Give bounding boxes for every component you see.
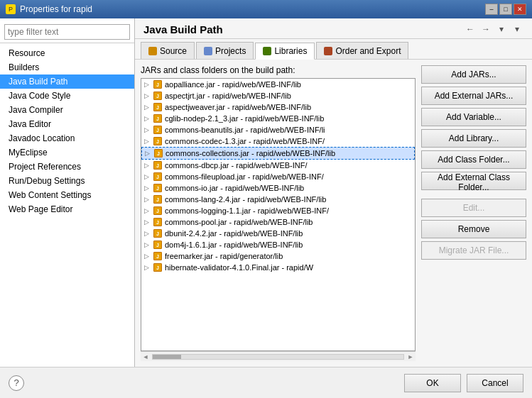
window-controls: – □ ✕ xyxy=(485,4,526,15)
sidebar-item-java-compiler[interactable]: Java Compiler xyxy=(0,103,134,117)
jar-item[interactable]: ▷Jcommons-fileupload.jar - rapid/web/WEB… xyxy=(141,171,415,182)
jar-name: commons-pool.jar - rapid/web/WEB-INF/lib xyxy=(165,218,313,226)
edit-button[interactable]: Edit... xyxy=(421,199,526,217)
jar-item[interactable]: ▷Jcommons-pool.jar - rapid/web/WEB-INF/l… xyxy=(141,216,415,228)
jar-icon: J xyxy=(153,91,163,101)
jar-item[interactable]: ▷Jcglib-nodep-2.1_3.jar - rapid/web/WEB-… xyxy=(141,113,415,124)
jar-icon: J xyxy=(153,251,163,261)
jar-item[interactable]: ▷Jcommons-collections.jar - rapid/web/WE… xyxy=(141,147,415,160)
jar-icon: J xyxy=(153,160,163,170)
expand-arrow-icon: ▷ xyxy=(144,253,153,260)
jar-name: dom4j-1.6.1.jar - rapid/web/WEB-INF/lib xyxy=(165,241,303,249)
jar-item[interactable]: ▷Jaopalliance.jar - rapid/web/WEB-INF/li… xyxy=(141,79,415,90)
dropdown-icon[interactable]: ▾ xyxy=(495,23,508,35)
expand-arrow-icon: ▷ xyxy=(144,230,153,237)
expand-arrow-icon: ▷ xyxy=(144,184,153,192)
jar-item[interactable]: ▷Jcommons-logging-1.1.jar - rapid/web/WE… xyxy=(141,205,415,216)
jar-icon: J xyxy=(153,262,163,272)
sidebar-item-java-code-style[interactable]: Java Code Style xyxy=(0,89,134,103)
add-jars-button[interactable]: Add JARs... xyxy=(421,65,526,84)
menu-icon[interactable]: ▾ xyxy=(511,23,523,35)
add-external-jars-button[interactable]: Add External JARs... xyxy=(421,87,526,105)
sidebar-item-java-build-path[interactable]: Java Build Path xyxy=(0,74,134,89)
migrate-jar-button[interactable]: Migrate JAR File... xyxy=(421,241,526,260)
tab-icon-order and export xyxy=(324,47,332,55)
nav-back-icon[interactable]: ← xyxy=(464,23,477,35)
bottom-bar: ? OK Cancel xyxy=(0,367,532,398)
title-bar: P Properties for rapid – □ ✕ xyxy=(0,0,532,18)
jar-name: commons-logging-1.1.jar - rapid/web/WEB-… xyxy=(165,206,329,215)
jar-name: commons-io.jar - rapid/web/WEB-INF/lib xyxy=(165,184,304,192)
tabs-row: SourceProjectsLibrariesOrder and Export xyxy=(135,39,532,60)
ok-button[interactable]: OK xyxy=(404,374,461,392)
help-button[interactable]: ? xyxy=(9,375,24,391)
hscroll-thumb[interactable] xyxy=(153,355,181,359)
jar-name: commons-lang-2.4.jar - rapid/web/WEB-INF… xyxy=(165,195,326,204)
close-button[interactable]: ✕ xyxy=(514,4,526,15)
jar-item[interactable]: ▷Jcommons-lang-2.4.jar - rapid/web/WEB-I… xyxy=(141,194,415,205)
sidebar-item-web-content-settings[interactable]: Web Content Settings xyxy=(0,188,134,202)
jar-name: freemarker.jar - rapid/generator/lib xyxy=(165,252,283,260)
expand-arrow-icon: ▷ xyxy=(144,207,153,214)
expand-arrow-icon: ▷ xyxy=(145,150,153,157)
expand-arrow-icon: ▷ xyxy=(144,264,153,271)
tab-order-and-export[interactable]: Order and Export xyxy=(316,42,408,59)
sidebar-item-web-page-editor[interactable]: Web Page Editor xyxy=(0,202,134,216)
jar-icon: J xyxy=(153,228,163,238)
add-library-button[interactable]: Add Library... xyxy=(421,129,526,148)
expand-arrow-icon: ▷ xyxy=(144,173,153,180)
panel-body: JARs and class folders on the build path… xyxy=(135,60,532,367)
add-variable-button[interactable]: Add Variable... xyxy=(421,108,526,126)
jar-name: cglib-nodep-2.1_3.jar - rapid/web/WEB-IN… xyxy=(165,114,324,123)
jar-name: commons-dbcp.jar - rapid/web/WEB-INF/ xyxy=(165,161,308,170)
sidebar-item-java-editor[interactable]: Java Editor xyxy=(0,117,134,131)
tab-libraries[interactable]: Libraries xyxy=(255,43,315,60)
jar-item[interactable]: ▷Jcommons-beanutils.jar - rapid/web/WEB-… xyxy=(141,124,415,136)
app-icon: P xyxy=(6,4,16,14)
sidebar-item-myeclipse[interactable]: MyEclipse xyxy=(0,145,134,160)
jar-icon: J xyxy=(153,114,163,123)
jar-name: aspectjrt.jar - rapid/web/WEB-INF/lib xyxy=(165,92,291,100)
sidebar-item-project-references[interactable]: Project References xyxy=(0,160,134,174)
remove-button[interactable]: Remove xyxy=(421,220,526,238)
jar-item[interactable]: ▷Jhibernate-validator-4.1.0.Final.jar - … xyxy=(141,262,415,273)
jar-item[interactable]: ▷Jfreemarker.jar - rapid/generator/lib xyxy=(141,250,415,262)
sidebar-item-resource[interactable]: Resource xyxy=(0,46,134,60)
sidebar-item-javadoc-location[interactable]: Javadoc Location xyxy=(0,131,134,145)
sidebar-item-builders[interactable]: Builders xyxy=(0,60,134,74)
jar-item[interactable]: ▷Jcommons-io.jar - rapid/web/WEB-INF/lib xyxy=(141,182,415,194)
jar-list-container: ▷Jaopalliance.jar - rapid/web/WEB-INF/li… xyxy=(141,78,416,351)
jar-icon: J xyxy=(153,206,163,216)
expand-arrow-icon: ▷ xyxy=(144,219,153,226)
cancel-button[interactable]: Cancel xyxy=(467,374,523,392)
jar-item[interactable]: ▷Jdom4j-1.6.1.jar - rapid/web/WEB-INF/li… xyxy=(141,239,415,250)
tab-projects[interactable]: Projects xyxy=(196,42,254,59)
jar-name: aspectjweaver.jar - rapid/web/WEB-INF/li… xyxy=(165,103,311,111)
jar-item[interactable]: ▷Jdbunit-2.4.2.jar - rapid/web/WEB-INF/l… xyxy=(141,228,415,239)
add-class-folder-button[interactable]: Add Class Folder... xyxy=(421,150,526,169)
expand-arrow-icon: ▷ xyxy=(144,126,153,133)
expand-arrow-icon: ▷ xyxy=(144,115,153,122)
jar-list[interactable]: ▷Jaopalliance.jar - rapid/web/WEB-INF/li… xyxy=(141,79,415,350)
maximize-button[interactable]: □ xyxy=(499,4,512,15)
jar-item[interactable]: ▷Jcommons-codec-1.3.jar - rapid/web/WEB-… xyxy=(141,136,415,147)
expand-arrow-icon: ▷ xyxy=(144,241,153,248)
sidebar-item-run/debug-settings[interactable]: Run/Debug Settings xyxy=(0,174,134,188)
header-icons: ← → ▾ ▾ xyxy=(464,23,523,35)
hscroll-track[interactable] xyxy=(152,354,404,360)
expand-arrow-icon: ▷ xyxy=(144,162,153,169)
jar-item[interactable]: ▷Jcommons-dbcp.jar - rapid/web/WEB-INF/ xyxy=(141,160,415,171)
window-title: Properties for rapid xyxy=(20,4,92,14)
tab-source[interactable]: Source xyxy=(141,42,195,59)
jar-name: hibernate-validator-4.1.0.Final.jar - ra… xyxy=(165,263,313,272)
jar-item[interactable]: ▷Jaspectjrt.jar - rapid/web/WEB-INF/lib xyxy=(141,90,415,101)
expand-arrow-icon: ▷ xyxy=(144,196,153,203)
tab-icon-libraries xyxy=(263,47,271,55)
jar-item[interactable]: ▷Jaspectjweaver.jar - rapid/web/WEB-INF/… xyxy=(141,101,415,113)
expand-arrow-icon: ▷ xyxy=(144,138,153,145)
add-external-class-folder-button[interactable]: Add External Class Folder... xyxy=(421,172,526,190)
horizontal-scrollbar[interactable]: ◄ ► xyxy=(141,351,416,361)
search-input[interactable] xyxy=(4,24,130,40)
nav-forward-icon[interactable]: → xyxy=(479,23,492,35)
minimize-button[interactable]: – xyxy=(485,4,498,15)
